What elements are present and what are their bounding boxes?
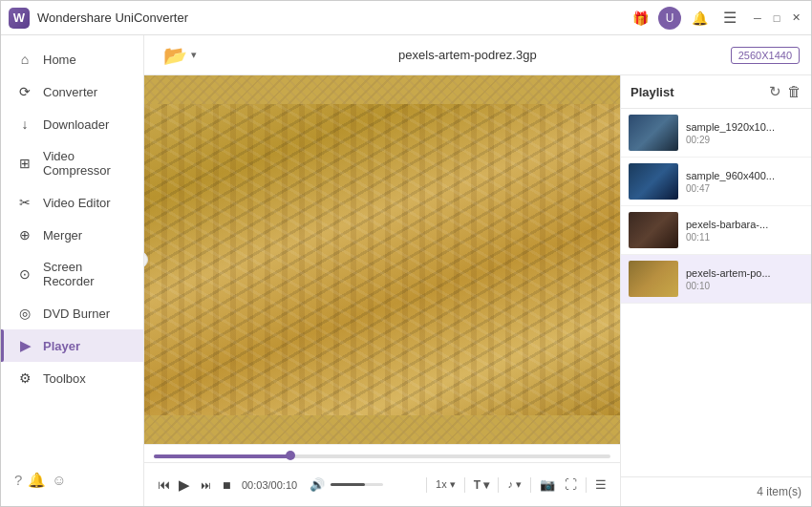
divider-2	[464, 477, 465, 493]
time-display: 00:03/00:10	[242, 479, 297, 491]
video-section-wrapper: ‹ ⏮ ▶	[144, 75, 620, 506]
sidebar-label-downloader: Downloader	[43, 117, 109, 132]
playlist-header: Playlist ↻ 🗑	[621, 75, 811, 109]
playlist-item-name-2: sample_960x400...	[686, 170, 803, 181]
controls-right: 1x ▾ T ▾ ♪ ▾ 📷 ⛶ ☰	[423, 475, 610, 494]
volume-fill	[331, 483, 365, 486]
time-total: 00:10	[271, 479, 298, 491]
speed-button[interactable]: 1x ▾	[432, 476, 459, 493]
video-editor-icon: ✂	[16, 195, 33, 210]
controls-main-row: ⏮ ▶ ⏭ ⏹ 00:03/00:10 🔊	[154, 475, 610, 496]
playlist-delete-icon[interactable]: 🗑	[787, 83, 801, 100]
sidebar-item-video-editor[interactable]: ✂ Video Editor	[1, 186, 143, 219]
sidebar-label-screen-recorder: Screen Recorder	[43, 260, 128, 288]
video-compressor-icon: ⊞	[16, 156, 33, 171]
progress-row	[154, 451, 610, 458]
divider-3	[498, 477, 499, 493]
playlist-thumb-1	[629, 115, 678, 151]
converter-icon: ⟳	[16, 84, 33, 99]
video-container: ‹	[144, 75, 620, 444]
add-file-button[interactable]: 📂 ▾	[156, 40, 204, 71]
controls-bar: ⏮ ▶ ⏭ ⏹ 00:03/00:10 🔊	[144, 462, 620, 506]
sidebar-item-toolbox[interactable]: ⚙ Toolbox	[1, 362, 143, 394]
stop-button[interactable]: ⏹	[217, 477, 236, 493]
audio-track-button[interactable]: ♪ ▾	[503, 476, 525, 493]
playlist-thumb-3	[629, 212, 678, 248]
sidebar-item-dvd-burner[interactable]: ◎ DVD Burner	[1, 297, 143, 329]
sidebar-item-video-compressor[interactable]: ⊞ Video Compressor	[1, 140, 143, 186]
progress-fill	[154, 454, 290, 458]
divider-1	[426, 477, 427, 493]
play-button[interactable]: ▶	[175, 475, 194, 496]
sidebar-item-merger[interactable]: ⊕ Merger	[1, 219, 143, 251]
window-controls: ─ □ ✕	[750, 11, 803, 26]
next-frame-button[interactable]: ⏭	[196, 477, 215, 493]
add-file-icon: 📂	[163, 44, 187, 67]
playlist-toggle-button[interactable]: ☰	[591, 475, 610, 494]
sidebar-item-player[interactable]: ▶ Player	[1, 329, 143, 362]
title-bar-icons: 🎁 U 🔔 ☰	[628, 6, 742, 31]
sidebar-label-player: Player	[43, 339, 80, 353]
player-area: ‹ ⏮ ▶	[144, 75, 811, 506]
screen-recorder-icon: ⊙	[16, 266, 33, 282]
playlist-item-4[interactable]: pexels-artem-po... 00:10	[621, 255, 811, 304]
notification-icon[interactable]: 🔔	[28, 472, 46, 489]
playlist-title: Playlist	[630, 85, 765, 99]
sidebar-item-converter[interactable]: ⟳ Converter	[1, 75, 143, 108]
volume-icon-button[interactable]: 🔊	[307, 475, 328, 494]
subtitle-button[interactable]: T ▾	[470, 476, 494, 494]
gift-icon[interactable]: 🎁	[628, 6, 652, 31]
user-avatar[interactable]: U	[658, 7, 681, 30]
downloader-icon: ↓	[16, 116, 33, 132]
playlist-item-name-1: sample_1920x10...	[686, 121, 803, 133]
top-bar: 📂 ▾ pexels-artem-podrez.3gp 2560X1440	[144, 35, 811, 75]
playlist-item-duration-4: 00:10	[686, 281, 803, 291]
resolution-badge: 2560X1440	[731, 47, 800, 64]
toolbox-icon: ⚙	[16, 370, 33, 386]
main-layout: ⌂ Home ⟳ Converter ↓ Downloader ⊞ Video …	[1, 35, 811, 506]
dvd-burner-icon: ◎	[16, 306, 33, 321]
menu-icon[interactable]: ☰	[717, 6, 742, 31]
home-icon: ⌂	[16, 52, 33, 67]
fit-screen-button[interactable]: ⛶	[561, 475, 581, 494]
close-button[interactable]: ✕	[788, 11, 803, 26]
sidebar-item-downloader[interactable]: ↓ Downloader	[1, 108, 143, 140]
playlist-items: sample_1920x10... 00:29 sample_960x400..…	[621, 109, 811, 476]
help-icon[interactable]: ?	[14, 472, 22, 489]
sidebar-item-screen-recorder[interactable]: ⊙ Screen Recorder	[1, 251, 143, 297]
playlist-item-1[interactable]: sample_1920x10... 00:29	[621, 109, 811, 158]
playlist-thumb-2	[629, 163, 678, 200]
time-current: 00:03	[242, 479, 268, 491]
content: 📂 ▾ pexels-artem-podrez.3gp 2560X1440 ‹	[144, 35, 811, 506]
sidebar-item-home[interactable]: ⌂ Home	[1, 43, 143, 75]
volume-bar[interactable]	[331, 483, 383, 486]
playlist-item-3[interactable]: pexels-barbara-... 00:11	[621, 206, 811, 255]
sidebar-label-merger: Merger	[43, 228, 82, 243]
playlist-item-2[interactable]: sample_960x400... 00:47	[621, 158, 811, 206]
divider-5	[586, 477, 587, 493]
sidebar-label-video-compressor: Video Compressor	[43, 149, 128, 178]
screenshot-button[interactable]: 📷	[536, 475, 559, 494]
filename-label: pexels-artem-podrez.3gp	[212, 48, 723, 62]
sidebar-label-dvd-burner: DVD Burner	[43, 306, 110, 321]
playlist-refresh-icon[interactable]: ↻	[769, 83, 781, 100]
video-frame	[144, 104, 620, 415]
merger-icon: ⊕	[16, 227, 33, 243]
feedback-icon[interactable]: ☺	[52, 472, 66, 489]
title-bar: W Wondershare UniConverter 🎁 U 🔔 ☰ ─ □ ✕	[1, 1, 811, 35]
playlist-item-duration-3: 00:11	[686, 232, 803, 243]
playlist-item-duration-2: 00:47	[686, 183, 803, 194]
prev-button[interactable]: ⏮	[154, 475, 173, 494]
progress-section	[144, 444, 620, 462]
playlist-item-count: 4 item(s)	[757, 485, 801, 498]
minimize-button[interactable]: ─	[750, 11, 765, 26]
progress-thumb	[286, 451, 295, 460]
bell-icon[interactable]: 🔔	[687, 6, 712, 31]
app-logo: W	[9, 8, 30, 29]
sidebar-label-toolbox: Toolbox	[43, 371, 86, 386]
playlist-item-duration-1: 00:29	[686, 135, 803, 145]
sidebar-footer: ? 🔔 ☺	[1, 462, 143, 498]
maximize-button[interactable]: □	[769, 11, 784, 26]
progress-bar[interactable]	[154, 454, 610, 458]
app-logo-text: W	[13, 11, 25, 25]
